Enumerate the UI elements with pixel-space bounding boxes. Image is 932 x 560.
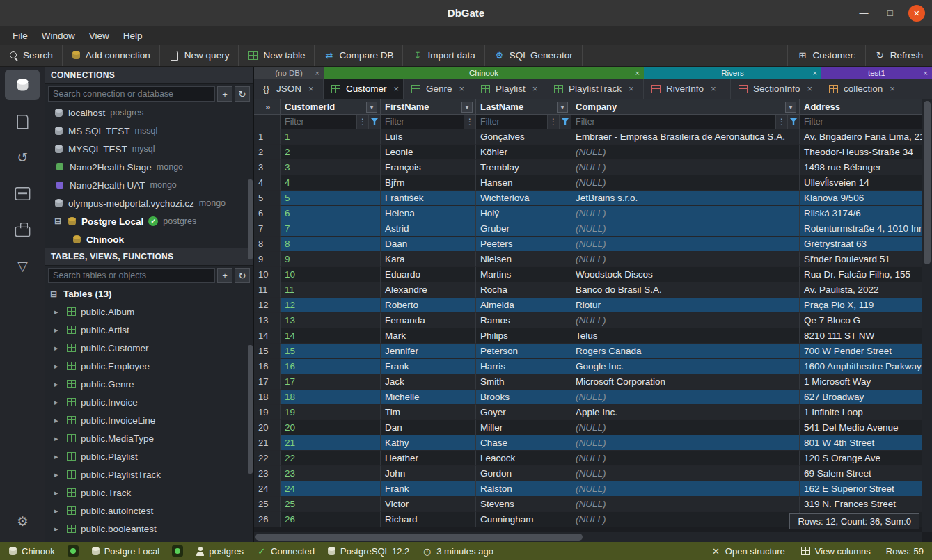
chevron-down-icon[interactable]: ▾ (461, 102, 473, 113)
grid-vertical-scrollbar[interactable] (922, 99, 932, 532)
row-number[interactable]: 22 (254, 451, 281, 466)
filter-kebab-button[interactable]: ⋮ (356, 115, 368, 129)
status-chinook[interactable]: Chinook (8, 546, 55, 557)
cell-lastname[interactable]: Hansen (476, 175, 571, 191)
cell-customerid[interactable]: 3 (281, 160, 381, 175)
chevron-right-icon[interactable]: ▸ (54, 344, 62, 353)
collapse-icon[interactable]: ⊟ (50, 289, 58, 299)
cell-customerid[interactable]: 20 (281, 420, 381, 435)
tables-panel-header[interactable]: TABLES, VIEWS, FUNCTIONS (45, 248, 253, 266)
cell-customerid[interactable]: 6 (281, 206, 381, 221)
tables-scrollbar-thumb[interactable] (248, 345, 253, 474)
cell-customerid[interactable]: 18 (281, 390, 381, 405)
add-table-plus-button[interactable]: + (217, 268, 232, 283)
row-number[interactable]: 2 (254, 145, 281, 160)
cell-lastname[interactable]: Leacock (476, 451, 571, 466)
grid-horizontal-scrollbar[interactable] (254, 532, 922, 542)
cell-lastname[interactable]: Rocha (476, 282, 571, 298)
column-header-customerid[interactable]: CustomerId▾ (281, 99, 381, 115)
close-icon[interactable]: × (315, 69, 319, 77)
cell-company[interactable]: Embraer - Empresa Brasileira de Aeronáut… (571, 129, 800, 145)
cell-lastname[interactable]: Holý (476, 206, 571, 221)
cell-customerid[interactable]: 4 (281, 175, 381, 191)
refresh-tables-button[interactable]: ↻ (235, 268, 250, 283)
cell-lastname[interactable]: Martins (476, 267, 571, 282)
chevron-down-icon[interactable]: ▾ (366, 102, 377, 113)
close-icon[interactable]: × (807, 83, 813, 94)
cell-firstname[interactable]: Fernanda (381, 313, 476, 328)
menu-view[interactable]: View (82, 29, 116, 43)
cell-firstname[interactable]: Alexandre (381, 282, 476, 298)
close-icon[interactable]: × (924, 69, 928, 77)
close-icon[interactable]: × (629, 83, 634, 94)
grid-vertical-scrollbar-thumb[interactable] (924, 101, 931, 264)
cell-lastname[interactable]: Brooks (476, 390, 571, 405)
tab-collection[interactable]: collection× (821, 79, 932, 99)
cell-address[interactable]: Av. Paulista, 2022 (800, 282, 922, 298)
cell-address[interactable]: 319 N. Frances Street (800, 497, 922, 512)
chevron-right-icon[interactable]: ▸ (54, 398, 62, 407)
cell-customerid[interactable]: 22 (281, 451, 381, 466)
row-number[interactable]: 17 (254, 374, 281, 390)
cell-customerid[interactable]: 7 (281, 221, 381, 237)
cell-address[interactable]: 541 Del Medio Avenue (800, 420, 922, 435)
cell-customerid[interactable]: 9 (281, 252, 381, 267)
cell-customerid[interactable]: 2 (281, 145, 381, 160)
cell-firstname[interactable]: Jack (381, 374, 476, 390)
cell-address[interactable]: 1498 rue Bélanger (800, 160, 922, 175)
cell-company[interactable]: Apple Inc. (571, 405, 800, 420)
tables-group-header[interactable]: ⊟ Tables (13) (45, 285, 253, 303)
table-item-public-invoiceline[interactable]: ▸public.InvoiceLine (45, 411, 253, 429)
close-button[interactable]: × (908, 5, 925, 22)
filter-kebab-button[interactable]: ⋮ (464, 115, 475, 129)
close-icon[interactable]: × (459, 83, 465, 94)
table-item-public-autoinctest[interactable]: ▸public.autoinctest (45, 502, 253, 520)
cell-address[interactable]: Qe 7 Bloco G (800, 313, 922, 328)
tab-sectioninfo[interactable]: SectionInfo× (731, 79, 821, 99)
table-item-public-playlist[interactable]: ▸public.Playlist (45, 447, 253, 465)
grid-horizontal-scrollbar-thumb[interactable] (255, 534, 583, 541)
cell-lastname[interactable]: Ralston (476, 481, 571, 497)
connection-item-nano2health-uat[interactable]: Nano2Health UATmongo (45, 176, 253, 194)
cell-address[interactable]: 1 Microsoft Way (800, 374, 922, 390)
cell-lastname[interactable]: Wichterlová (476, 191, 571, 206)
maximize-button[interactable]: □ (882, 5, 899, 22)
cell-customerid[interactable]: 21 (281, 435, 381, 451)
cell-customerid[interactable]: 23 (281, 466, 381, 481)
cell-company[interactable]: (NULL) (571, 451, 800, 466)
cell-lastname[interactable]: Nielsen (476, 252, 571, 267)
chevron-right-icon[interactable]: ▸ (54, 362, 62, 371)
close-icon[interactable]: × (308, 83, 314, 94)
cell-company[interactable]: (NULL) (571, 390, 800, 405)
row-number[interactable]: 10 (254, 267, 281, 282)
cell-firstname[interactable]: Richard (381, 512, 476, 527)
expand-columns-icon[interactable]: » (254, 99, 281, 115)
cell-company[interactable]: (NULL) (571, 175, 800, 191)
cell-firstname[interactable]: John (381, 466, 476, 481)
cell-company[interactable]: (NULL) (571, 497, 800, 512)
cell-address[interactable]: Rilská 3174/6 (800, 206, 922, 221)
cell-firstname[interactable]: Bjřrn (381, 175, 476, 191)
cell-address[interactable]: Klanova 9/506 (800, 191, 922, 206)
cell-firstname[interactable]: Kathy (381, 435, 476, 451)
cell-customerid[interactable]: 15 (281, 344, 381, 359)
toolbar-button-new-query[interactable]: New query (160, 45, 239, 66)
row-number[interactable]: 5 (254, 191, 281, 206)
row-number[interactable]: 6 (254, 206, 281, 221)
cell-address[interactable]: Grétrystraat 63 (800, 237, 922, 252)
status-rows-59[interactable]: Rows: 59 (886, 546, 924, 557)
chevron-down-icon[interactable]: ▾ (557, 102, 568, 113)
row-number[interactable]: 24 (254, 481, 281, 497)
tab-playlisttrack[interactable]: PlaylistTrack× (546, 79, 644, 99)
cell-lastname[interactable]: Goyer (476, 405, 571, 420)
close-icon[interactable]: × (890, 83, 895, 94)
cell-company[interactable]: (NULL) (571, 237, 800, 252)
rail-files-button[interactable] (5, 106, 40, 136)
cell-company[interactable]: Rogers Canada (571, 344, 800, 359)
cell-customerid[interactable]: 5 (281, 191, 381, 206)
cell-lastname[interactable]: Miller (476, 420, 571, 435)
cell-lastname[interactable]: Almeida (476, 298, 571, 313)
filter-funnel-button[interactable] (368, 115, 380, 129)
toolbar-button-refresh[interactable]: ↻Refresh (865, 45, 932, 66)
connection-search-input[interactable] (48, 86, 215, 102)
